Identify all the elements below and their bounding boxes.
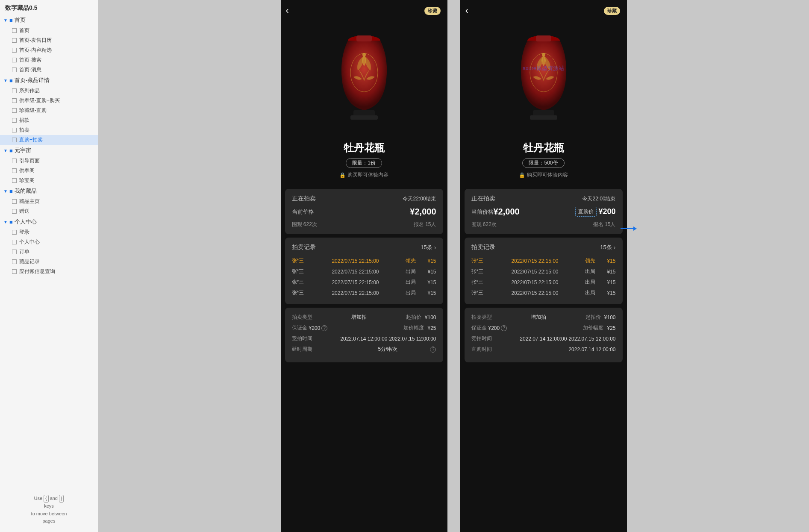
lock-icon: 🔒 — [339, 172, 346, 178]
left-auction-card: 正在拍卖 今天22:00结束 当前价格 ¥2,000 围观 622次 报名 15… — [285, 189, 443, 234]
page-icon — [12, 240, 17, 244]
pages-label: pages — [43, 518, 56, 523]
sidebar-item-home-message[interactable]: 首页-消息 — [0, 65, 98, 75]
sidebar-item-collection-home[interactable]: 藏品主页 — [0, 197, 98, 206]
right-limited-badge: 限量：500份 — [522, 158, 564, 168]
svg-rect-3 — [356, 35, 372, 41]
sidebar-item-supply-direct[interactable]: 供奉级-直购+购买 — [0, 96, 98, 106]
delay-help-icon[interactable]: ? — [430, 347, 436, 353]
page-icon — [12, 138, 17, 142]
sidebar-item-series-works[interactable]: 系列作品 — [0, 86, 98, 96]
phone-container: ‹ 珍藏 — [98, 0, 809, 532]
expand-icon: ▼ — [3, 220, 8, 224]
left-bid-time-value: 2022.07.14 12:00:00-2022.07.15 12:00:00 — [340, 336, 436, 342]
sidebar-item-treasure-hall[interactable]: 珍宝阁 — [0, 176, 98, 185]
sidebar: 数字藏品0.5 ▼ ■ 首页 首页 首页-发售日历 首页-内容精选 首页-搜索 … — [0, 0, 98, 532]
key-left: { — [44, 495, 48, 503]
sidebar-footer: Use { and } keys to move between pages — [0, 488, 98, 532]
phone-right-wrapper: ‹ 珍藏 — [454, 0, 633, 532]
right-product-image-area: 珍藏 — [460, 0, 627, 137]
right-type-label: 拍卖类型 — [471, 314, 492, 321]
right-record-count[interactable]: 15条 › — [600, 244, 615, 251]
right-registrants: 报名 15人 — [593, 221, 616, 228]
right-deposit-help-icon[interactable]: ? — [501, 325, 507, 331]
right-views: 围观 622次 — [471, 221, 497, 228]
sidebar-item-gift[interactable]: 赠送 — [0, 206, 98, 216]
sidebar-item-supply-hall[interactable]: 供奉阁 — [0, 166, 98, 176]
left-start-price-value: ¥100 — [425, 314, 436, 320]
left-record-row-4: 张*三 2022/07/15 22:15:00 出局 ¥15 — [292, 288, 436, 298]
left-type-label: 拍卖类型 — [292, 314, 312, 321]
sidebar-item-auction[interactable]: 拍卖 — [0, 125, 98, 135]
left-product-info-header: 牡丹花瓶 限量：1份 🔒 购买即可体验内容 — [281, 137, 447, 185]
page-icon — [12, 159, 17, 163]
sidebar-item-credit-info[interactable]: 应付账信息查询 — [0, 267, 98, 276]
deposit-help-icon[interactable]: ? — [321, 325, 327, 331]
sidebar-item-direct-auction[interactable]: 直购+拍卖 — [0, 135, 98, 145]
group-header-personal-center[interactable]: ▼ ■ 个人中心 — [0, 216, 98, 227]
right-start-price-label: 起拍价 — [585, 314, 601, 321]
sidebar-item-login[interactable]: 登录 — [0, 227, 98, 237]
section-metaverse: ▼ ■ 元宇宙 引导页面 供奉阁 珍宝阁 — [0, 145, 98, 185]
group-header-metaverse[interactable]: ▼ ■ 元宇宙 — [0, 145, 98, 156]
right-lock-icon: 🔒 — [519, 172, 525, 178]
right-record-row-4: 张*三 2022/07/15 22:15:00 出局 ¥15 — [471, 288, 616, 298]
right-detail-card: 拍卖类型 增加拍 起拍价 ¥100 保证金 ¥200 ? — [465, 308, 623, 362]
group-square-icon: ■ — [9, 17, 13, 24]
svg-rect-9 — [536, 35, 551, 41]
page-icon — [12, 88, 17, 93]
page-icon — [12, 98, 17, 103]
left-record-count[interactable]: 15条 › — [421, 244, 436, 251]
right-deposit-value: ¥200 — [488, 325, 500, 331]
sidebar-item-home-calendar[interactable]: 首页-发售日历 — [0, 35, 98, 45]
left-detail-deposit-row: 保证金 ¥200 ? 加价幅度 ¥25 — [292, 324, 436, 332]
left-delay-label: 延时周期 — [292, 346, 312, 353]
section-home-collection: ▼ ■ 首页-藏品详情 系列作品 供奉级-直购+购买 珍藏级-直购 捐款 拍卖 … — [0, 75, 98, 145]
page-icon — [12, 128, 17, 132]
page-icon — [12, 38, 17, 43]
group-header-home-collection[interactable]: ▼ ■ 首页-藏品详情 — [0, 75, 98, 86]
phone-left: ‹ 珍藏 — [281, 0, 447, 532]
sidebar-item-precious-direct[interactable]: 珍藏级-直购 — [0, 106, 98, 115]
svg-rect-11 — [530, 115, 557, 120]
group-label: 个人中心 — [15, 218, 37, 226]
sidebar-item-collection-record[interactable]: 藏品记录 — [0, 257, 98, 267]
right-auction-header-row: 正在拍卖 今天22:00结束 — [471, 195, 616, 203]
sidebar-item-personal-main[interactable]: 个人中心 — [0, 237, 98, 247]
right-detail-type-row: 拍卖类型 增加拍 起拍价 ¥100 — [471, 314, 616, 321]
right-experience-row: 🔒 购买即可体验内容 — [469, 171, 618, 179]
page-icon — [12, 178, 17, 183]
right-experience-text: 购买即可体验内容 — [527, 171, 568, 179]
group-label: 我的藏品 — [15, 187, 37, 195]
right-bid-time-value: 2022.07.14 12:00:00-2022.07.15 12:00:00 — [520, 336, 615, 342]
phone-left-wrapper: ‹ 珍藏 — [274, 0, 454, 532]
left-price-label: 当前价格 — [292, 208, 314, 216]
sidebar-item-home-featured[interactable]: 首页-内容精选 — [0, 45, 98, 55]
page-icon — [12, 68, 17, 72]
right-direct-time-value: 2022.07.14 12:00:00 — [568, 347, 615, 353]
left-phone-back-button[interactable]: ‹ — [286, 5, 289, 16]
sidebar-item-orders[interactable]: 订单 — [0, 247, 98, 257]
page-icon — [12, 250, 17, 254]
phone-right: ‹ 珍藏 — [460, 0, 627, 532]
sidebar-item-home-main[interactable]: 首页 — [0, 26, 98, 35]
left-record-title: 拍卖记录 — [292, 244, 316, 251]
right-phone-back-button[interactable]: ‹ — [465, 5, 468, 16]
group-header-homepage[interactable]: ▼ ■ 首页 — [0, 15, 98, 26]
sidebar-item-guide[interactable]: 引导页面 — [0, 156, 98, 166]
left-record-row-1: 张*三 2022/07/15 22:15:00 领先 ¥15 — [292, 256, 436, 266]
group-square-icon: ■ — [9, 77, 13, 84]
left-deposit-value: ¥200 — [309, 325, 321, 331]
sidebar-item-home-search[interactable]: 首页-搜索 — [0, 55, 98, 65]
group-label: 首页-藏品详情 — [15, 76, 50, 84]
expand-icon: ▼ — [3, 78, 8, 82]
page-icon — [12, 48, 17, 53]
left-product-title: 牡丹花瓶 — [289, 141, 439, 155]
left-limited-badge: 限量：1份 — [346, 158, 382, 168]
group-header-my-collection[interactable]: ▼ ■ 我的藏品 — [0, 185, 98, 197]
left-record-card: 拍卖记录 15条 › 张*三 2022/07/15 22:15:00 领先 ¥1… — [285, 238, 443, 304]
sidebar-item-donation[interactable]: 捐款 — [0, 115, 98, 125]
left-views-row: 围观 622次 报名 15人 — [292, 221, 436, 228]
left-price-value: ¥2,000 — [410, 207, 436, 217]
left-registrants: 报名 15人 — [414, 221, 436, 228]
